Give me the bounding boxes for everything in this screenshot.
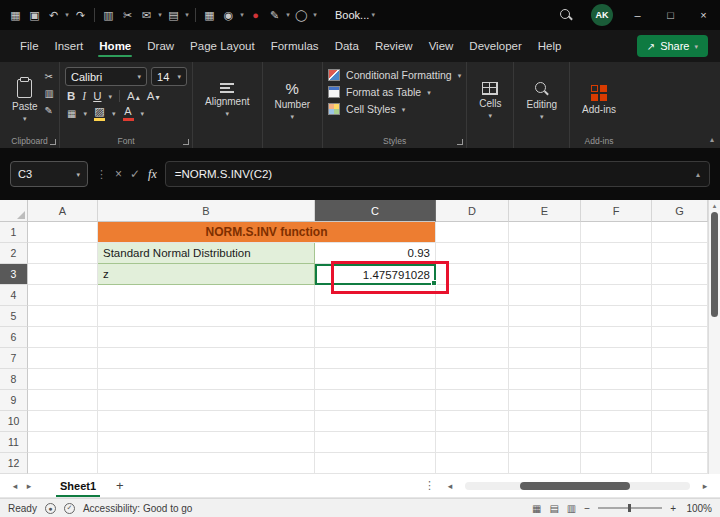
cell[interactable]: [652, 432, 708, 453]
cell[interactable]: [581, 327, 652, 348]
cell[interactable]: [652, 327, 708, 348]
cell[interactable]: [509, 306, 581, 327]
cell[interactable]: [652, 243, 708, 264]
normal-view-icon[interactable]: ▦: [532, 503, 541, 514]
minimize-button[interactable]: –: [621, 0, 654, 30]
cell[interactable]: [581, 453, 652, 474]
cell[interactable]: [98, 453, 315, 474]
print-icon[interactable]: ▤: [164, 1, 183, 29]
cell[interactable]: [581, 306, 652, 327]
font-color-chevron-icon[interactable]: ▾: [141, 110, 145, 117]
cells-button[interactable]: Cells ▾: [472, 67, 508, 133]
cell[interactable]: [315, 390, 436, 411]
cell[interactable]: [652, 453, 708, 474]
cell[interactable]: [509, 327, 581, 348]
cell[interactable]: [581, 264, 652, 285]
cell[interactable]: [315, 306, 436, 327]
undo-icon[interactable]: ↶: [44, 1, 63, 29]
cell[interactable]: [436, 285, 509, 306]
column-header-c[interactable]: C: [315, 200, 436, 222]
cell[interactable]: [652, 390, 708, 411]
tab-review[interactable]: Review: [367, 31, 421, 61]
cell[interactable]: [98, 432, 315, 453]
tab-data[interactable]: Data: [327, 31, 367, 61]
cell[interactable]: [315, 432, 436, 453]
hscroll-right-icon[interactable]: ▸: [698, 481, 712, 491]
cell[interactable]: [98, 411, 315, 432]
cell[interactable]: [652, 264, 708, 285]
cut-icon[interactable]: ✂: [118, 1, 137, 29]
tab-home[interactable]: Home: [91, 31, 139, 61]
cell[interactable]: [28, 432, 98, 453]
horizontal-scrollbar-thumb[interactable]: [520, 482, 630, 490]
font-name-select[interactable]: Calibri ▾: [65, 67, 147, 86]
row-header[interactable]: 4: [0, 285, 28, 306]
editing-button[interactable]: Editing ▾: [519, 67, 564, 133]
cell-c2[interactable]: 0.93: [315, 243, 436, 264]
alignment-button[interactable]: Alignment ▾: [198, 67, 256, 133]
column-header-b[interactable]: B: [98, 200, 315, 222]
cell[interactable]: [98, 306, 315, 327]
sheet-options-icon[interactable]: ⋮: [424, 479, 435, 492]
cell[interactable]: [28, 327, 98, 348]
pen-icon[interactable]: ✎: [265, 1, 284, 29]
tab-developer[interactable]: Developer: [461, 31, 529, 61]
cell[interactable]: [436, 390, 509, 411]
collapse-formula-bar-icon[interactable]: ▴: [696, 170, 700, 179]
workbook-title[interactable]: Book...: [335, 9, 369, 21]
tab-insert[interactable]: Insert: [47, 31, 92, 61]
sheet-nav-left-icon[interactable]: ◂: [8, 481, 22, 491]
underline-chevron-icon[interactable]: ▾: [109, 93, 113, 100]
page-layout-view-icon[interactable]: ▤: [549, 503, 558, 514]
cell[interactable]: [509, 369, 581, 390]
cell[interactable]: [98, 390, 315, 411]
shape-circle-icon[interactable]: ◯: [292, 1, 311, 29]
zoom-slider[interactable]: [598, 507, 662, 509]
cell[interactable]: [436, 264, 509, 285]
drag-handle-icon[interactable]: ⋮: [96, 168, 107, 181]
hscroll-left-icon[interactable]: ◂: [443, 481, 457, 491]
cell[interactable]: [509, 390, 581, 411]
cell[interactable]: [315, 411, 436, 432]
redo-icon[interactable]: ↷: [71, 1, 90, 29]
row-header[interactable]: 10: [0, 411, 28, 432]
clipboard-dialog-launcher-icon[interactable]: [50, 139, 56, 145]
font-color-button[interactable]: A: [123, 106, 134, 121]
insert-function-icon[interactable]: fx: [148, 167, 157, 182]
cell[interactable]: [509, 432, 581, 453]
macro-record-icon[interactable]: ●: [45, 503, 56, 514]
vertical-scrollbar-thumb[interactable]: [711, 212, 718, 317]
cell[interactable]: [509, 222, 581, 243]
cell[interactable]: [581, 285, 652, 306]
app-icon[interactable]: ▦: [6, 1, 25, 29]
sheet-tab-sheet1[interactable]: Sheet1: [50, 474, 106, 498]
tab-formulas[interactable]: Formulas: [263, 31, 327, 61]
cell[interactable]: [509, 285, 581, 306]
font-size-select[interactable]: 14 ▾: [151, 67, 187, 86]
cell[interactable]: [581, 411, 652, 432]
cell[interactable]: [28, 264, 98, 285]
cell[interactable]: [315, 327, 436, 348]
close-button[interactable]: ×: [687, 0, 720, 30]
cell[interactable]: [436, 369, 509, 390]
fill-handle[interactable]: [431, 280, 437, 286]
row-header[interactable]: 6: [0, 327, 28, 348]
font-dialog-launcher-icon[interactable]: [183, 139, 189, 145]
cancel-entry-icon[interactable]: ×: [115, 167, 122, 181]
cell[interactable]: [581, 432, 652, 453]
cell[interactable]: [436, 243, 509, 264]
underline-button[interactable]: U: [93, 90, 101, 102]
copy-button[interactable]: ▥: [45, 87, 54, 100]
camera-chevron-icon[interactable]: ▾: [238, 11, 246, 19]
cell[interactable]: [652, 348, 708, 369]
cell[interactable]: [28, 222, 98, 243]
column-header-f[interactable]: F: [581, 200, 652, 222]
cell[interactable]: [652, 306, 708, 327]
tab-file[interactable]: File: [12, 31, 47, 61]
cell[interactable]: [436, 327, 509, 348]
name-box[interactable]: C3 ▾: [10, 161, 88, 187]
row-header[interactable]: 1: [0, 222, 28, 243]
cell[interactable]: [581, 243, 652, 264]
accessibility-status[interactable]: Accessibility: Good to go: [83, 503, 193, 514]
cell-b3[interactable]: z: [98, 264, 315, 285]
